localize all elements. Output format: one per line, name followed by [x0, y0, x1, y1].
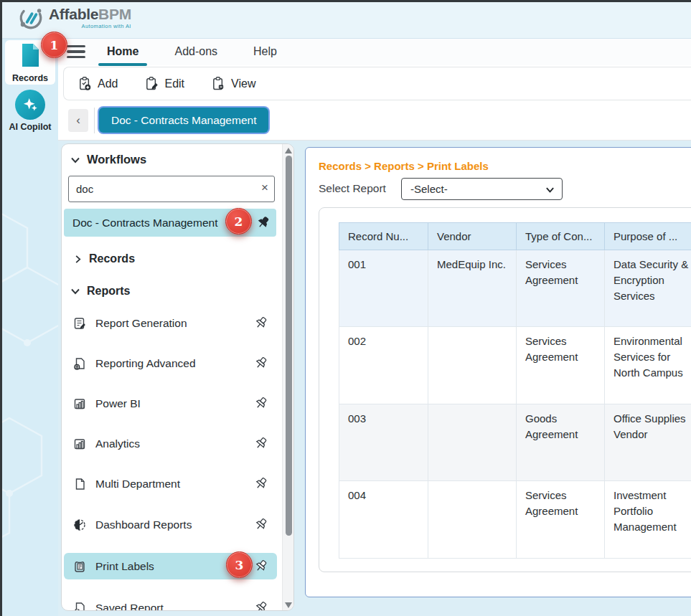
workflows-section-header[interactable]: Workflows	[70, 153, 146, 166]
add-button[interactable]: Add	[77, 76, 118, 91]
menu-item-help[interactable]: Help	[252, 42, 278, 61]
edit-button-label: Edit	[164, 77, 184, 90]
annotation-badge-3: 3	[226, 551, 253, 578]
hexagon-pattern	[2, 203, 58, 389]
workflows-panel: Workflows × Doc - Contracts Management	[61, 143, 294, 611]
toolbar: Add Edit View	[63, 67, 691, 100]
column-header-vendor[interactable]: Vendor	[428, 223, 517, 250]
ai-copilot-label: AI Copilot	[2, 122, 58, 132]
menu-bar: Home Add-ons Help	[58, 38, 691, 65]
brand-tagline: Automation with AI	[49, 24, 131, 29]
tree-group-label: Records	[89, 252, 135, 265]
select-report-label: Select Report	[319, 182, 386, 195]
cell-record-number: 004	[339, 481, 428, 559]
cell-vendor	[428, 481, 517, 559]
records-document-icon	[19, 42, 42, 68]
affablebpm-logo-icon	[17, 4, 44, 32]
back-chevron-icon: ‹	[76, 113, 80, 128]
hamburger-menu-icon[interactable]	[67, 45, 85, 58]
menu-item-home[interactable]: Home	[105, 42, 140, 61]
tree-group-records[interactable]: Records	[73, 252, 135, 265]
report-item-reporting-advanced[interactable]: Reporting Advanced	[64, 350, 277, 376]
hexagon-pattern	[2, 411, 58, 597]
view-button[interactable]: View	[210, 76, 255, 91]
print-labels-table: Record Nu... Vendor Type of Con... Purpo…	[339, 222, 691, 559]
workflow-item-label: Doc - Contracts Management	[72, 217, 217, 229]
document-icon	[72, 477, 87, 491]
report-item-saved-report[interactable]: Saved Report	[64, 594, 277, 611]
pin-filled-icon[interactable]	[256, 215, 271, 232]
menu-item-add-ons[interactable]: Add-ons	[173, 42, 219, 61]
report-item-label: Reporting Advanced	[95, 357, 196, 370]
cell-purpose: Investment Portfolio Management	[605, 481, 691, 559]
workflows-scrollbar[interactable]	[282, 144, 294, 611]
gauge-icon	[72, 518, 87, 532]
table-row[interactable]: 002 Services Agreement Environmental Ser…	[339, 327, 691, 404]
add-button-label: Add	[98, 77, 118, 90]
workflow-search-input[interactable]	[68, 176, 275, 202]
cell-vendor	[428, 327, 517, 404]
report-content-panel: Records > Reports > Print Labels Select …	[305, 147, 691, 597]
tree-group-label: Reports	[87, 285, 130, 298]
cell-type: Services Agreement	[517, 481, 605, 559]
edit-button[interactable]: Edit	[144, 76, 184, 91]
doc-pencil-icon	[72, 316, 87, 331]
cell-type: Goods Agreement	[517, 404, 605, 481]
doc-save-icon	[72, 601, 87, 612]
records-label: Records	[2, 73, 58, 83]
window-edge-left	[0, 0, 2, 616]
report-item-label: Analytics	[95, 437, 140, 450]
report-item-label: Print Labels	[95, 560, 154, 573]
scroll-up-icon[interactable]	[285, 148, 292, 153]
report-item-label: Power BI	[95, 397, 141, 410]
tab-doc-contracts-management[interactable]: Doc - Contracts Management	[99, 108, 268, 133]
column-header-record-number[interactable]: Record Nu...	[339, 223, 428, 250]
report-item-label: Dashboard Reports	[95, 518, 192, 531]
report-item-multi-department[interactable]: Multi Department	[64, 470, 277, 497]
chevron-down-icon	[70, 155, 80, 165]
clipboard-view-icon	[210, 76, 225, 91]
clipboard-pencil-icon	[144, 76, 159, 91]
clipboard-plus-icon	[77, 76, 92, 91]
pin-outline-icon[interactable]	[254, 356, 268, 373]
report-select-dropdown[interactable]: -Select-	[401, 178, 563, 200]
cell-type: Services Agreement	[517, 327, 605, 404]
tab-scroll-back-button[interactable]: ‹	[68, 109, 88, 132]
cell-vendor	[428, 404, 517, 481]
column-header-type-of-contract[interactable]: Type of Con...	[517, 223, 605, 250]
report-grid-card: Record Nu... Vendor Type of Con... Purpo…	[319, 207, 691, 572]
tab-bar: ‹ Doc - Contracts Management	[58, 100, 691, 141]
pin-outline-icon[interactable]	[254, 517, 268, 534]
scroll-down-icon[interactable]	[285, 602, 292, 608]
pin-outline-icon[interactable]	[254, 436, 268, 453]
brand: AffableBPM Automation with AI	[17, 4, 131, 32]
table-row[interactable]: 001 MedEquip Inc. Services Agreement Dat…	[339, 250, 691, 327]
report-item-power-bi[interactable]: Power BI	[64, 390, 277, 417]
chevron-down-icon	[70, 286, 80, 296]
tree-group-reports[interactable]: Reports	[70, 285, 130, 298]
bar-chart-icon	[72, 437, 87, 451]
table-row[interactable]: 003 Goods Agreement Office Supplies Vend…	[339, 404, 691, 481]
report-select-value: -Select-	[410, 183, 448, 195]
ai-copilot-icon	[15, 90, 45, 120]
pin-outline-icon[interactable]	[254, 396, 268, 413]
tab-divider	[94, 108, 95, 133]
app-header: AffableBPM Automation with AI	[0, 0, 691, 39]
brand-name-primary: Affable	[49, 6, 98, 22]
report-item-label: Report Generation	[95, 317, 187, 330]
report-item-dashboard-reports[interactable]: Dashboard Reports	[64, 511, 277, 538]
pin-outline-icon[interactable]	[254, 559, 268, 576]
clear-search-icon[interactable]: ×	[261, 181, 268, 195]
cell-vendor: MedEquip Inc.	[428, 250, 517, 327]
workflows-title: Workflows	[87, 153, 146, 166]
scrollbar-thumb[interactable]	[286, 156, 292, 536]
pin-outline-icon[interactable]	[254, 600, 268, 611]
pin-outline-icon[interactable]	[254, 316, 268, 333]
report-item-analytics[interactable]: Analytics	[64, 430, 277, 457]
column-header-purpose[interactable]: Purpose of ...	[605, 223, 691, 250]
table-header-row: Record Nu... Vendor Type of Con... Purpo…	[339, 223, 691, 250]
pin-outline-icon[interactable]	[254, 476, 268, 493]
table-row[interactable]: 004 Services Agreement Investment Portfo…	[339, 481, 691, 559]
sidebar-item-ai-copilot[interactable]: AI Copilot	[2, 90, 58, 132]
report-item-report-generation[interactable]: Report Generation	[64, 310, 277, 336]
